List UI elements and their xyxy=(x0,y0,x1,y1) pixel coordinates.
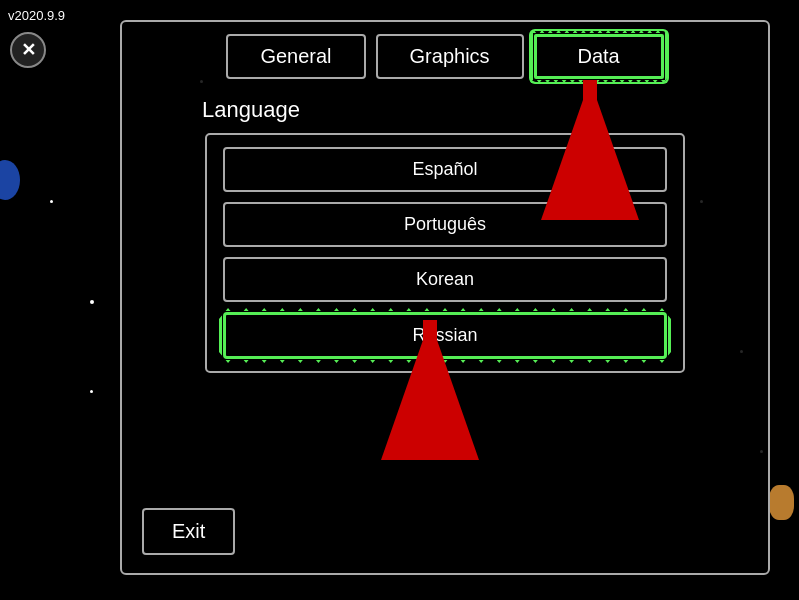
language-option-portugues[interactable]: Português xyxy=(223,202,667,247)
orange-blob-decoration xyxy=(769,485,794,520)
exit-button[interactable]: Exit xyxy=(142,508,235,555)
tab-data[interactable]: Data xyxy=(534,34,664,79)
close-button[interactable]: ✕ xyxy=(10,32,46,68)
settings-dialog: General Graphics Data Language Español P… xyxy=(120,20,770,575)
language-list: Español Português Korean Russian xyxy=(205,133,685,373)
tab-bar: General Graphics Data xyxy=(142,34,748,79)
language-option-korean[interactable]: Korean xyxy=(223,257,667,302)
language-section-title: Language xyxy=(202,97,300,123)
language-option-espanol[interactable]: Español xyxy=(223,147,667,192)
language-section: Language Español Português Korean Russia… xyxy=(142,97,748,373)
tab-graphics[interactable]: Graphics xyxy=(376,34,524,79)
blue-blob-decoration xyxy=(0,160,20,200)
close-icon: ✕ xyxy=(21,39,36,61)
language-option-russian[interactable]: Russian xyxy=(223,312,667,359)
tab-general[interactable]: General xyxy=(226,34,365,79)
version-label: v2020.9.9 xyxy=(8,8,65,23)
